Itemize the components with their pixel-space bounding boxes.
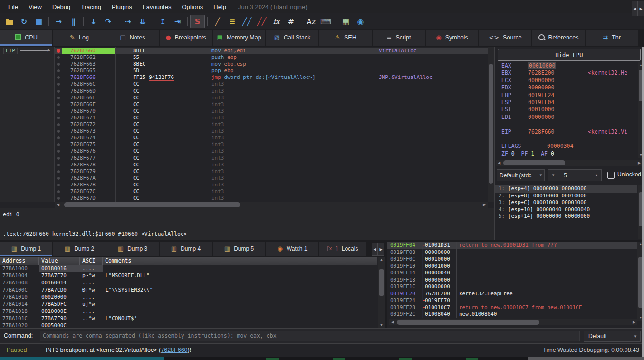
run-to-user-code-button[interactable]: ⇢ (121, 15, 135, 28)
tab-memory-map[interactable]: ▤Memory Map (213, 30, 265, 46)
stack-row[interactable]: 0019FF10│00001000 (387, 263, 637, 270)
scroll-down-arrow[interactable]: ▼ (378, 322, 385, 328)
menu-tracing[interactable]: Tracing (76, 1, 106, 12)
dump-header-asci[interactable]: ASCI (80, 257, 103, 265)
source-mode-toggle[interactable]: S (190, 15, 205, 28)
breakpoint-gutter[interactable] (55, 48, 62, 54)
menu-help[interactable]: Help (208, 1, 231, 12)
breakpoint-gutter[interactable] (55, 61, 62, 68)
disasm-row[interactable]: 7628F672CCint3 (55, 121, 488, 128)
stack-row[interactable]: 0019FF0C│00010000 (387, 256, 637, 263)
register-row[interactable]: ESI00010000 (495, 106, 637, 113)
dump-tab-scroll-left-button[interactable]: ◀ (372, 243, 378, 256)
stack-row[interactable]: 0019FF20│7628E200kernel32.HeapFree (387, 291, 637, 298)
spinner-up-icon[interactable]: ▲ (592, 173, 601, 177)
register-row[interactable]: EBP0019FF24 (495, 92, 637, 99)
tab-log[interactable]: ✎Log (53, 30, 106, 46)
tab-source[interactable]: <>Source (479, 30, 531, 46)
dump-header-comments[interactable]: Comments (103, 257, 377, 265)
tab-locals[interactable]: [x=]Locals (319, 242, 366, 256)
scrollbar-thumb[interactable] (379, 269, 384, 296)
skip-next-instruction-button[interactable]: ⇥ (170, 15, 185, 28)
gutter-dot[interactable] (57, 103, 60, 106)
step-into-button[interactable]: ↧ (86, 15, 101, 28)
gutter-dot[interactable] (57, 63, 60, 66)
hide-fpu-button[interactable]: Hide FPU (498, 49, 641, 61)
register-row[interactable]: EBX7628E200<kernel32.He (495, 69, 637, 77)
argument-row[interactable]: 3: [esp+C] 00001000 00001000 (495, 199, 637, 206)
calling-convention-select[interactable]: Default (stdc ▼ (497, 169, 545, 181)
breakpoint-address-link[interactable]: 7628F660 (161, 347, 187, 353)
breakpoint-gutter[interactable] (55, 95, 62, 101)
stack-row[interactable]: 0019FF28┌010010C7return to new.010010C7 … (387, 304, 637, 311)
gutter-dot[interactable] (57, 123, 60, 126)
dump-row[interactable]: 77BA10180010000E.... (0, 308, 377, 315)
dump-row[interactable]: 77BA100477BA7E70p~°wL"MSCOREE.DLL" (0, 272, 377, 279)
stack-row[interactable]: 0019FF1C│00000000 (387, 283, 637, 291)
register-row[interactable]: EDI00000000 (495, 114, 637, 121)
breakpoint-gutter[interactable] (55, 115, 62, 121)
disasm-row[interactable]: 7628F66FCCint3 (55, 101, 488, 108)
register-row[interactable]: ZF 0 PF 1 AF 0 (495, 150, 637, 157)
register-row[interactable]: EDX00000000 (495, 84, 637, 91)
breakpoint-gutter[interactable] (55, 175, 62, 182)
breakpoint-gutter[interactable] (55, 128, 62, 135)
breakpoint-gutter[interactable] (55, 81, 62, 88)
tab-dump-1[interactable]: ▥Dump 1 (0, 242, 52, 256)
scroll-left-arrow[interactable]: ◀ (55, 202, 61, 208)
tab-dump-3[interactable]: ▥Dump 3 (106, 242, 159, 256)
gutter-dot[interactable] (57, 184, 60, 186)
breakpoint-gutter[interactable] (55, 68, 62, 74)
scrollbar-thumb[interactable] (489, 64, 493, 184)
disasm-row[interactable]: 7628F671CCint3 (55, 115, 488, 121)
gutter-dot[interactable] (57, 117, 60, 119)
tab-script[interactable]: ≣Script (373, 30, 425, 46)
breakpoint-gutter[interactable] (55, 168, 62, 175)
tab-symbols[interactable]: ◉Symbols (426, 30, 478, 46)
tab-references[interactable]: References (532, 30, 585, 46)
disassembly-vertical-scrollbar[interactable] (488, 47, 494, 202)
gutter-dot[interactable] (57, 110, 60, 113)
disasm-row[interactable]: 7628F6655Dpop ebp (55, 68, 488, 74)
spinner-down-icon[interactable]: ▼ (548, 173, 558, 177)
gutter-dot[interactable] (57, 164, 60, 166)
command-profile-select[interactable]: Default ▼ (584, 331, 641, 342)
gutter-dot[interactable] (57, 190, 60, 193)
label-hash-button[interactable]: # (284, 15, 298, 28)
scroll-left-arrow[interactable]: ◀ (496, 160, 502, 166)
tab-dump-5[interactable]: ▥Dump 5 (213, 242, 265, 256)
dump-header-value[interactable]: Value (39, 257, 80, 265)
gutter-dot[interactable] (57, 90, 60, 93)
dump-row[interactable]: 77BA101C77BA7F90..°wL"CONOUT$" (0, 315, 377, 322)
execute-till-return-button[interactable]: ↥ (155, 15, 170, 28)
disassembly-horizontal-scrollbar[interactable]: ◀ ▶ (55, 202, 488, 208)
breakpoint-gutter[interactable] (55, 162, 62, 168)
scroll-right-arrow[interactable]: ▶ (636, 160, 643, 166)
pause-button[interactable]: ∥ (66, 15, 81, 28)
dump-row[interactable]: 77BA10200005000C (0, 322, 377, 328)
dump-header-address[interactable]: Address (0, 257, 39, 265)
scrollbar-thumb[interactable] (397, 320, 539, 325)
disasm-row[interactable]: 7628F678CCint3 (55, 162, 488, 168)
gutter-dot[interactable] (57, 83, 60, 86)
stack-row[interactable]: 0019FF18│00000000 (387, 277, 637, 284)
breakpoint-gutter[interactable] (55, 74, 62, 81)
breakpoint-gutter[interactable] (55, 88, 62, 95)
disasm-row[interactable]: 7628F67CCCint3 (55, 188, 488, 195)
expression-functions-button[interactable]: fx (269, 15, 284, 28)
step-over-button[interactable]: ↷ (101, 15, 115, 28)
gutter-dot[interactable] (57, 143, 60, 146)
scroll-up-arrow[interactable]: ▲ (378, 257, 385, 263)
breakpoint-dot[interactable] (57, 49, 60, 53)
tab-call-stack[interactable]: ▧Call Stack (266, 30, 318, 46)
patches-button[interactable]: ╱ (210, 15, 225, 28)
stack-row[interactable]: 0019FF04┌01001D31return to new.01001D31 … (387, 242, 637, 249)
breakpoint-gutter[interactable] (55, 195, 62, 202)
tab-dump-4[interactable]: ▥Dump 4 (160, 242, 212, 256)
breakpoint-gutter[interactable] (55, 108, 62, 115)
breakpoint-gutter[interactable] (55, 135, 62, 141)
argument-row[interactable]: 1: [esp+4] 00000000 00000000 (495, 185, 637, 193)
tab-dump-2[interactable]: ▥Dump 2 (53, 242, 106, 256)
close-button[interactable]: ■ (31, 15, 46, 28)
strings-button[interactable]: Az (304, 15, 318, 28)
